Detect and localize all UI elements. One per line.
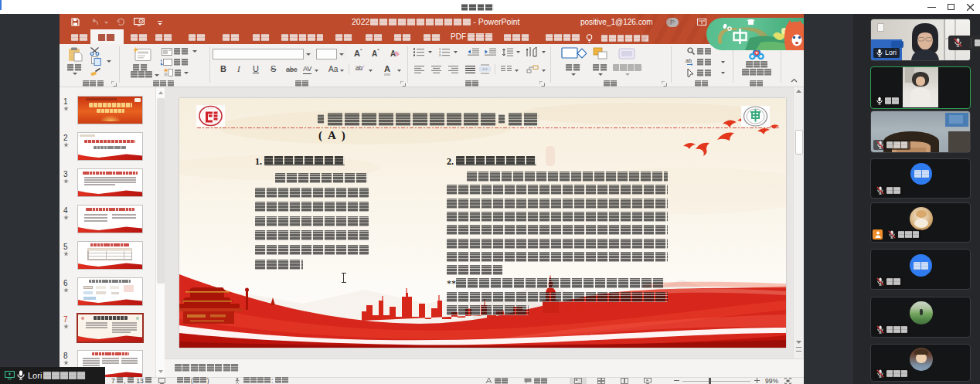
svg-text:3: 3 [439,53,441,56]
svg-text:ab: ab [686,58,692,63]
